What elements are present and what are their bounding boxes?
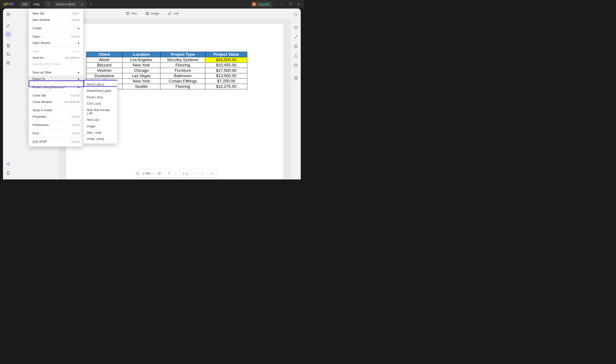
highlight-icon[interactable] xyxy=(5,22,12,29)
separator xyxy=(31,121,81,121)
last-page-icon[interactable]: ⤓ xyxy=(199,170,205,176)
export-csv[interactable]: CSV (.csv) xyxy=(83,100,117,107)
submenu-arrow-icon: ▶ xyxy=(78,78,80,80)
menu-shortcut: Ctrl+S xyxy=(72,50,80,53)
tab[interactable]: Excel to Word ✕ xyxy=(53,1,86,8)
menu-create[interactable]: Create▶ xyxy=(29,25,83,31)
chevron-down-icon[interactable]: ⌄ xyxy=(243,1,249,7)
menu-label: Save to UPDF Cloud xyxy=(32,62,60,66)
image-tool-button[interactable]: Image xyxy=(145,12,159,15)
export-rtf[interactable]: Rich Text Format (.rtf) xyxy=(83,107,117,117)
file-menu-button[interactable]: File xyxy=(20,1,31,7)
tab-title: Excel to Word xyxy=(56,2,75,6)
menu-show-folder[interactable]: Show in Folder xyxy=(29,107,83,113)
export-text[interactable]: Text (.txt) xyxy=(83,117,117,123)
link-tool-button[interactable]: Link xyxy=(168,12,179,15)
svg-rect-13 xyxy=(295,45,297,48)
menu-new-window[interactable]: New WindowCtrl+N xyxy=(29,17,83,23)
convert-icon[interactable] xyxy=(292,34,299,40)
prev-page-icon[interactable]: ︿ xyxy=(173,170,178,176)
table-header: Location xyxy=(122,52,160,57)
first-page-icon[interactable]: ⤒ xyxy=(166,170,172,176)
close-tab-icon[interactable]: ✕ xyxy=(80,2,84,6)
menu-open[interactable]: Open...Ctrl+O xyxy=(29,33,83,40)
table-cell: New York xyxy=(122,78,160,84)
menu-shortcut: Ctrl+K xyxy=(72,123,80,127)
menu-label: New Window xyxy=(32,18,50,22)
svg-rect-5 xyxy=(7,62,9,63)
maximize-icon[interactable]: ❐ xyxy=(287,1,294,8)
zoom-out-icon[interactable] xyxy=(135,170,141,176)
titlebar-right: ⌄ B Upgrade — ❐ ✕ xyxy=(243,1,302,8)
menu-export-to[interactable]: Export To▶ xyxy=(29,76,83,82)
upgrade-button[interactable]: B Upgrade xyxy=(251,1,272,7)
close-toolbar-icon[interactable]: ✕ xyxy=(209,170,215,176)
export-excel[interactable]: Excel (.xlsx) xyxy=(83,94,117,100)
menu-properties[interactable]: Properties...Ctrl+D xyxy=(29,113,83,120)
export-word[interactable]: Word (.docx) xyxy=(83,81,117,88)
menu-label: Text (.txt) xyxy=(87,118,99,122)
search-icon[interactable] xyxy=(292,11,299,18)
help-menu-button[interactable]: Help xyxy=(31,1,43,7)
email-icon[interactable] xyxy=(292,62,299,69)
compress-icon[interactable] xyxy=(292,43,299,50)
menu-shortcut: Ctrl+P xyxy=(72,132,80,135)
menu-quit[interactable]: Quit UPDFCtrl+Q xyxy=(29,138,83,145)
menu-shortcut: Ctrl+Q xyxy=(71,140,80,143)
edit-icon[interactable] xyxy=(5,31,12,38)
menu-print[interactable]: Print...Ctrl+P xyxy=(29,130,83,136)
menu-save-as[interactable]: Save As...Ctrl+Shift+S xyxy=(29,54,83,61)
separator xyxy=(295,21,297,21)
tab-dropdown-icon[interactable]: ▾ xyxy=(44,1,52,8)
bookmark-icon[interactable] xyxy=(5,169,12,176)
table-cell: $43,500.00 xyxy=(205,57,247,63)
menu-close-tab[interactable]: Close TabCtrl+W xyxy=(29,92,83,99)
zoom-in-icon[interactable] xyxy=(156,170,162,176)
organize-icon[interactable] xyxy=(5,42,12,49)
titlebar: UPDF File Help ▾ Excel to Word ✕ + ⌄ B U… xyxy=(0,0,304,9)
menu-open-recent[interactable]: Open Recent▶ xyxy=(29,40,83,46)
menu-label: Close Window xyxy=(32,100,52,104)
svg-rect-2 xyxy=(7,44,9,47)
menu-shortcut: Ctrl+D xyxy=(72,115,80,118)
table-row: BlizzardNew YorkFlooring$10,455.00 xyxy=(86,63,247,68)
separator xyxy=(295,72,297,72)
minimize-icon[interactable]: — xyxy=(278,1,286,8)
menu-label: PowerPoint (.pptx) xyxy=(87,89,111,92)
separator xyxy=(207,171,207,175)
ocr-icon[interactable] xyxy=(292,24,299,31)
export-image[interactable]: Image xyxy=(83,123,117,130)
export-html[interactable]: HTML (.html) xyxy=(83,136,117,142)
add-tab-icon[interactable]: + xyxy=(88,1,94,7)
table-cell: Blizzard xyxy=(86,63,122,68)
left-sidebar xyxy=(3,9,14,180)
export-powerpoint[interactable]: PowerPoint (.pptx) xyxy=(83,88,117,94)
menu-label: Save As... xyxy=(32,56,46,59)
save-icon[interactable] xyxy=(292,75,299,82)
table-cell: $13,900.00 xyxy=(205,73,247,78)
menu-close-window[interactable]: Close WindowCtrl+Shift+W xyxy=(29,99,83,105)
page-indicator[interactable]: 1 / 1 xyxy=(179,171,192,176)
share-icon[interactable] xyxy=(292,52,299,59)
separator xyxy=(31,106,81,106)
menu-save-other[interactable]: Save as Other▶ xyxy=(29,69,83,76)
table-cell: Seattle xyxy=(122,84,160,89)
menu-label: Quit UPDF xyxy=(32,140,47,143)
main-area: Text Image Link ClientLocationProject Ty… xyxy=(3,9,301,180)
text-tool-button[interactable]: Text xyxy=(126,12,137,15)
close-window-icon[interactable]: ✕ xyxy=(295,1,302,8)
zoom-dropdown-icon[interactable]: ▾ xyxy=(152,172,155,175)
menu-protect[interactable]: Protect Using Password▶ xyxy=(29,84,83,90)
reader-mode-icon[interactable] xyxy=(5,11,12,18)
image-tool-label: Image xyxy=(151,12,159,15)
svg-rect-15 xyxy=(294,77,297,79)
menu-shortcut: Ctrl+W xyxy=(71,94,80,97)
redact-icon[interactable] xyxy=(5,59,12,66)
next-page-icon[interactable]: ﹀ xyxy=(192,170,198,176)
menu-shortcut: Ctrl+Shift+S xyxy=(65,56,80,59)
layers-icon[interactable] xyxy=(5,161,12,168)
menu-new-tab[interactable]: New TabCtrl+T xyxy=(29,10,83,17)
crop-icon[interactable] xyxy=(5,51,12,58)
export-xml[interactable]: XML (.xml) xyxy=(83,130,117,136)
menu-preferences[interactable]: Preferences...Ctrl+K xyxy=(29,122,83,128)
